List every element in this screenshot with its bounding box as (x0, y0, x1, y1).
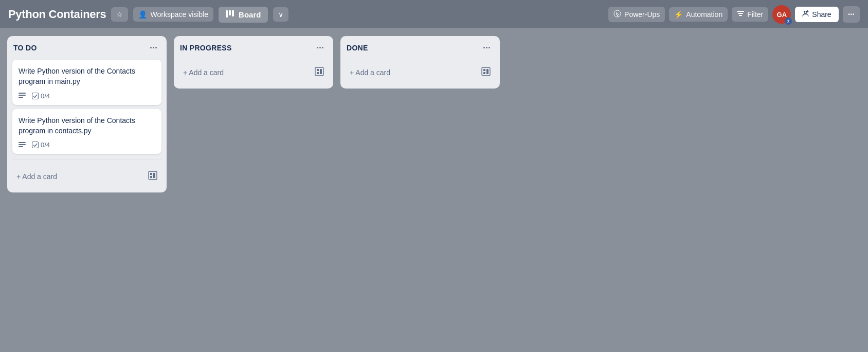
card-checklist-card2: 0/4 (32, 141, 50, 149)
more-options-button[interactable]: ··· (843, 6, 860, 23)
svg-rect-19 (150, 173, 152, 175)
share-button[interactable]: Share (795, 7, 838, 22)
header: Python Containers ☆ 👤 Workspace visible … (0, 0, 868, 28)
svg-rect-14 (19, 142, 26, 143)
column-menu-button-done[interactable]: ··· (480, 42, 494, 54)
card-title-card2: Write Python version of the Contacts pro… (19, 115, 155, 136)
add-card-row-done: + Add a card (346, 62, 495, 83)
board-area: TO DO···Write Python version of the Cont… (0, 28, 868, 201)
card-meta-card1: 0/4 (19, 92, 155, 100)
filter-icon (737, 10, 744, 19)
svg-rect-22 (315, 67, 323, 76)
svg-rect-5 (739, 15, 742, 16)
filter-button[interactable]: Filter (732, 7, 768, 22)
svg-rect-12 (19, 97, 23, 98)
svg-rect-3 (737, 11, 744, 12)
column-todo: TO DO···Write Python version of the Cont… (7, 36, 167, 192)
avatar[interactable]: GA (772, 5, 791, 24)
divider-todo (12, 159, 161, 160)
workspace-label: Workspace visible (150, 10, 208, 19)
avatar-initials: GA (777, 11, 787, 19)
powerups-label: Power-Ups (624, 10, 660, 19)
automation-button[interactable]: ⚡ Automation (669, 7, 728, 22)
share-label: Share (812, 10, 831, 19)
svg-rect-20 (150, 176, 152, 178)
svg-rect-24 (317, 72, 319, 74)
column-menu-button-inprogress[interactable]: ··· (313, 42, 327, 54)
star-button[interactable]: ☆ (111, 7, 128, 22)
svg-rect-18 (149, 171, 157, 180)
svg-rect-10 (19, 93, 26, 94)
column-inprogress: IN PROGRESS···+ Add a card (174, 36, 333, 89)
template-icon-done[interactable] (479, 65, 493, 80)
svg-rect-26 (482, 67, 490, 76)
column-header-todo: TO DO··· (12, 42, 161, 54)
automation-label: Automation (686, 10, 722, 19)
add-card-button-done[interactable]: + Add a card (348, 66, 392, 79)
add-card-button-todo[interactable]: + Add a card (14, 170, 59, 183)
column-title-todo: TO DO (13, 44, 37, 52)
chevron-down-button[interactable]: ∨ (273, 7, 288, 22)
svg-rect-23 (317, 69, 319, 71)
workspace-icon: 👤 (138, 10, 147, 19)
share-icon (802, 10, 809, 19)
powerups-button[interactable]: Power-Ups (608, 7, 665, 22)
column-header-inprogress: IN PROGRESS··· (179, 42, 328, 54)
card-card1[interactable]: Write Python version of the Contacts pro… (12, 60, 161, 105)
svg-rect-21 (153, 173, 155, 178)
svg-rect-25 (320, 69, 322, 74)
powerups-icon (613, 10, 621, 19)
header-row1: Python Containers ☆ 👤 Workspace visible … (8, 5, 860, 24)
add-card-row-todo: + Add a card (12, 166, 161, 187)
chevron-down-icon: ∨ (278, 10, 283, 19)
column-menu-button-todo[interactable]: ··· (147, 42, 160, 54)
star-icon: ☆ (116, 10, 123, 19)
svg-rect-1 (229, 10, 231, 15)
svg-rect-0 (226, 10, 228, 17)
board-icon (226, 10, 235, 19)
add-card-row-inprogress: + Add a card (179, 62, 328, 83)
template-icon-inprogress[interactable] (313, 65, 326, 80)
add-card-button-inprogress[interactable]: + Add a card (181, 66, 226, 79)
svg-rect-28 (483, 72, 485, 74)
svg-rect-29 (486, 69, 489, 74)
description-icon (19, 93, 26, 99)
column-title-inprogress: IN PROGRESS (180, 44, 232, 52)
card-card2[interactable]: Write Python version of the Contacts pro… (12, 109, 161, 154)
board-title: Python Containers (8, 8, 106, 21)
workspace-visible-button[interactable]: 👤 Workspace visible (133, 7, 213, 22)
svg-rect-4 (738, 13, 743, 14)
svg-rect-15 (19, 144, 26, 145)
board-button[interactable]: Board (219, 7, 268, 23)
card-meta-card2: 0/4 (19, 141, 155, 149)
filter-label: Filter (747, 10, 763, 19)
more-icon: ··· (848, 10, 855, 19)
description-icon (19, 142, 26, 148)
card-checklist-card1: 0/4 (32, 92, 50, 100)
column-done: DONE···+ Add a card (340, 36, 500, 89)
svg-rect-17 (32, 142, 39, 148)
template-icon-todo[interactable] (146, 169, 159, 184)
svg-rect-16 (19, 146, 23, 147)
board-label: Board (239, 10, 261, 19)
svg-rect-27 (483, 69, 485, 71)
avatar-badge (785, 17, 792, 25)
column-title-done: DONE (347, 44, 368, 52)
automation-icon: ⚡ (674, 10, 683, 19)
card-title-card1: Write Python version of the Contacts pro… (19, 66, 155, 87)
column-header-done: DONE··· (346, 42, 495, 54)
right-actions: Power-Ups ⚡ Automation Filter GA (608, 5, 860, 24)
svg-rect-13 (32, 93, 39, 99)
svg-rect-2 (232, 10, 234, 16)
svg-rect-11 (19, 95, 26, 96)
svg-point-6 (804, 11, 807, 14)
